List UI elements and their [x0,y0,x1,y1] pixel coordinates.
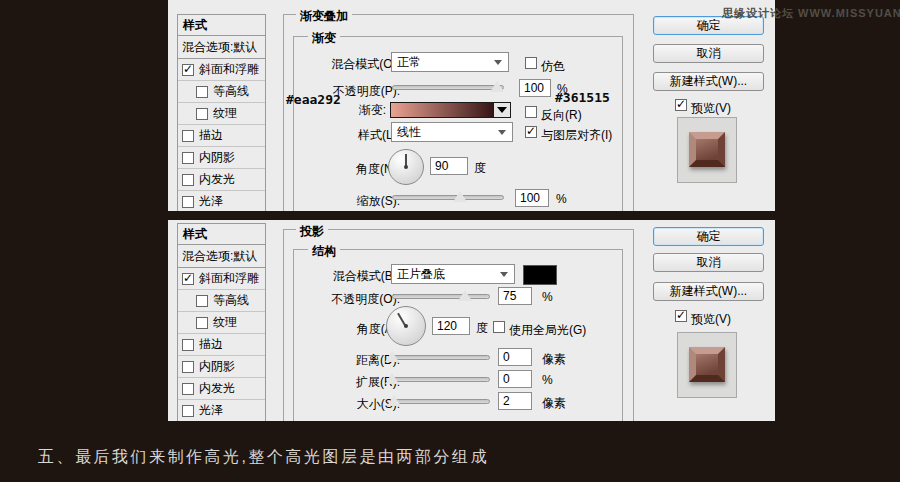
size-label: 大小(S): [298,396,400,413]
groupbox-title: 渐变 [308,30,340,47]
shadow-blend-mode-label: 混合模式(B): [298,268,400,285]
styles-item-satin[interactable]: 光泽 [178,191,265,211]
distance-slider-track[interactable] [392,355,490,360]
styles-item-texture[interactable]: 纹理 [178,103,265,125]
dither-label: 仿色 [541,58,565,75]
scale-label: 缩放(S): [298,193,400,210]
hex-annotation-left: #eaa292 [286,92,341,107]
new-style-button[interactable]: 新建样式(W)... [653,72,764,91]
shadow-opacity-slider-track[interactable] [392,294,490,299]
dither-checkbox[interactable] [525,57,537,69]
checkbox-unchecked[interactable] [182,361,194,373]
chevron-down-icon [500,272,508,277]
checkbox-unchecked[interactable] [182,383,194,395]
preview-label: 预览(V) [691,311,731,328]
checkbox-unchecked[interactable] [182,405,194,417]
scale-slider-track[interactable] [392,195,504,200]
shadow-opacity-input[interactable] [498,287,532,305]
groupbox-title: 结构 [308,243,340,260]
styles-item-texture[interactable]: 纹理 [178,312,265,334]
styles-item-inner-glow[interactable]: 内发光 [178,169,265,191]
global-light-checkbox[interactable] [493,321,505,333]
shadow-angle-input[interactable] [432,317,470,335]
gradient-style-select[interactable]: 线性 [391,122,513,142]
shadow-blend-mode-select[interactable]: 正片叠底 [391,264,515,284]
watermark: 思缘设计论坛 WWW.MISSYUAN.COM [722,6,900,21]
checkbox-unchecked[interactable] [182,174,194,186]
checkbox-checked[interactable]: ✓ [182,273,194,285]
watermark-cn: 思缘设计论坛 [722,7,794,19]
style-preview-thumbnail [677,332,737,398]
spread-slider-track[interactable] [392,377,490,382]
scale-input[interactable] [515,189,549,207]
styles-item-inner-shadow[interactable]: 内阴影 [178,147,265,169]
chevron-down-icon [494,60,502,65]
new-style-button[interactable]: 新建样式(W)... [653,282,764,301]
styles-item-stroke[interactable]: 描边 [178,334,265,356]
distance-label: 距离(D): [298,352,400,369]
styles-item-contour[interactable]: 等高线 [178,81,265,103]
hex-annotation-right: #361515 [555,90,610,105]
styles-item-inner-shadow[interactable]: 内阴影 [178,356,265,378]
checkmark-icon: ✓ [526,124,536,138]
spread-label: 扩展(R): [298,374,400,391]
gradient-dropdown-button[interactable] [494,102,511,118]
shadow-angle-dial[interactable] [386,306,426,346]
opacity-input[interactable] [519,79,551,97]
styles-item-satin[interactable]: 光泽 [178,400,265,421]
styles-item-blending-options[interactable]: 混合选项:默认 [178,36,265,59]
styles-item-bevel-emboss[interactable]: ✓ 斜面和浮雕 [178,59,265,81]
beveled-button-preview [689,132,725,167]
styles-item-bevel-emboss[interactable]: ✓ 斜面和浮雕 [178,268,265,290]
dial-center-dot [404,165,408,169]
scale-unit: % [556,192,567,206]
preview-checkbox[interactable]: ✓ [675,310,687,322]
ok-button[interactable]: 确定 [653,227,764,246]
style-preview-thumbnail [677,117,737,183]
shadow-opacity-label: 不透明度(O): [298,291,400,308]
caption-text: 五、最后我们来制作高光,整个高光图层是由两部分组成 [38,447,489,468]
checkmark-icon: ✓ [676,97,686,111]
checkbox-unchecked[interactable] [182,130,194,142]
align-with-layer-checkbox[interactable]: ✓ [525,126,537,138]
spread-input[interactable] [498,370,532,388]
styles-item-inner-glow[interactable]: 内发光 [178,378,265,400]
checkbox-unchecked[interactable] [182,339,194,351]
styles-item-stroke[interactable]: 描边 [178,125,265,147]
checkmark-icon: ✓ [183,271,193,285]
reverse-checkbox[interactable] [525,106,537,118]
shadow-opacity-unit: % [542,290,553,304]
checkbox-unchecked[interactable] [196,295,208,307]
cancel-button[interactable]: 取消 [653,44,764,63]
dial-center-dot [404,324,408,328]
size-slider-track[interactable] [392,399,490,404]
gradient-swatch[interactable] [390,102,494,118]
styles-list: 样式 混合选项:默认 ✓ 斜面和浮雕 等高线 纹理 描边 内阴影 [177,223,266,421]
size-input[interactable] [498,392,532,410]
distance-input[interactable] [498,348,532,366]
styles-list: 样式 混合选项:默认 ✓ 斜面和浮雕 等高线 纹理 描边 内阴影 [177,14,266,211]
shadow-color-swatch[interactable] [523,265,557,285]
checkbox-unchecked[interactable] [196,108,208,120]
styles-item-blending-options[interactable]: 混合选项:默认 [178,245,265,268]
gradient-label: 渐变: [334,102,386,119]
gradient-style-label: 样式(L): [298,127,400,144]
checkbox-checked[interactable]: ✓ [182,64,194,76]
checkbox-unchecked[interactable] [182,196,194,208]
styles-item-contour[interactable]: 等高线 [178,290,265,312]
blend-mode-label: 混合模式(O): [298,56,400,73]
opacity-slider-track[interactable] [392,85,504,90]
blend-mode-select[interactable]: 正常 [391,52,509,72]
preview-checkbox[interactable]: ✓ [675,99,687,111]
preview-label: 预览(V) [691,100,731,117]
styles-title: 样式 [178,224,265,245]
angle-label: 角度(N): [298,161,400,178]
tutorial-screenshot: 思缘设计论坛 WWW.MISSYUAN.COM 样式 混合选项:默认 ✓ 斜面和… [0,0,900,482]
checkbox-unchecked[interactable] [196,86,208,98]
angle-dial[interactable] [388,149,424,185]
triangle-down-icon [497,107,507,113]
checkbox-unchecked[interactable] [196,317,208,329]
cancel-button[interactable]: 取消 [653,253,764,272]
checkbox-unchecked[interactable] [182,152,194,164]
angle-input[interactable] [430,157,468,175]
